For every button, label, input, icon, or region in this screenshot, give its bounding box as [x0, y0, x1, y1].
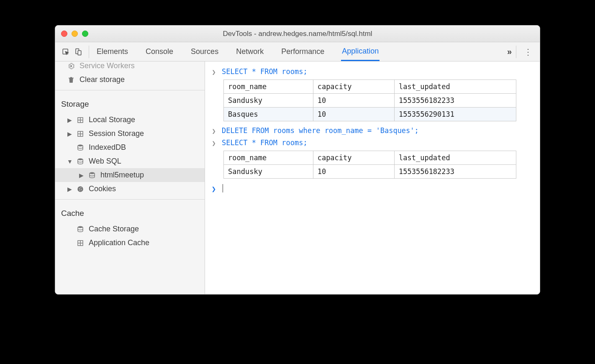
database-icon	[76, 225, 85, 233]
table-cell: Sandusky	[224, 94, 313, 108]
svg-rect-13	[81, 134, 83, 136]
sidebar-item-cache-storage[interactable]: Cache Storage	[55, 222, 205, 236]
svg-rect-6	[81, 118, 83, 120]
table-header: room_name	[224, 80, 313, 94]
minimize-window-button[interactable]	[72, 31, 78, 37]
sidebar-label: Clear storage	[80, 75, 125, 84]
text-cursor	[223, 184, 223, 192]
sql-query-text: SELECT * FROM rooms;	[222, 67, 308, 76]
svg-point-14	[78, 144, 83, 146]
svg-point-15	[78, 158, 83, 160]
prompt-output-icon: ❯	[211, 127, 217, 135]
tab-sources[interactable]: Sources	[190, 43, 219, 60]
sidebar-label: Service Workers	[80, 62, 135, 70]
sidebar-item-service-workers[interactable]: Service Workers	[55, 62, 205, 73]
sidebar-label: Session Storage	[89, 129, 144, 138]
table-header: room_name	[224, 151, 313, 165]
maximize-window-button[interactable]	[82, 31, 88, 37]
sidebar-label: Cookies	[89, 185, 116, 193]
svg-rect-24	[78, 241, 80, 243]
svg-rect-26	[78, 243, 80, 245]
sidebar-item-local-storage[interactable]: ▶ Local Storage	[55, 113, 205, 127]
tab-elements[interactable]: Elements	[96, 43, 129, 60]
sidebar-label: Application Cache	[89, 238, 149, 247]
prompt-output-icon: ❯	[211, 68, 217, 76]
table-cell: Sandusky	[224, 165, 313, 179]
svg-rect-27	[81, 243, 83, 245]
sql-result-table: room_name capacity last_updated Sandusky…	[223, 151, 516, 179]
svg-point-21	[80, 190, 80, 190]
table-row: Sandusky 10 1553556182233	[224, 165, 516, 179]
gear-icon	[67, 62, 75, 70]
sidebar-item-indexeddb[interactable]: IndexedDB	[55, 141, 205, 154]
sidebar-item-web-sql[interactable]: ▼ Web SQL	[55, 154, 205, 168]
toolbar-separator	[89, 46, 89, 58]
storage-grid-icon	[76, 239, 85, 247]
table-row: Sandusky 10 1553556182233	[224, 94, 516, 108]
inspect-element-icon[interactable]	[59, 46, 72, 58]
device-toggle-icon[interactable]	[72, 46, 85, 58]
chevron-right-icon: ▶	[67, 131, 72, 137]
window-controls	[61, 31, 88, 37]
sql-query-row: ❯ DELETE FROM rooms where room_name = 'B…	[211, 125, 534, 137]
svg-point-18	[79, 188, 80, 189]
storage-grid-icon	[76, 116, 85, 124]
sidebar-divider	[55, 199, 205, 200]
svg-rect-11	[81, 131, 83, 133]
tab-performance[interactable]: Performance	[280, 43, 325, 60]
window-titlebar: DevTools - andrew.hedges.name/html5/sql.…	[55, 26, 540, 42]
sidebar-item-session-storage[interactable]: ▶ Session Storage	[55, 127, 205, 141]
table-cell: 10	[313, 108, 394, 121]
table-row: Basques 10 1553556290131	[224, 108, 516, 121]
sidebar-item-web-sql-database[interactable]: ▶ html5meetup	[55, 168, 205, 182]
database-icon	[88, 171, 96, 179]
svg-rect-2	[78, 51, 81, 55]
table-cell: Basques	[224, 108, 313, 121]
sql-query-row: ❯ SELECT * FROM rooms;	[211, 137, 534, 149]
sql-console-panel: ❯ SELECT * FROM rooms; room_name capacit…	[205, 62, 540, 294]
sql-input-row[interactable]: ❯	[211, 182, 534, 195]
svg-rect-5	[78, 118, 80, 120]
sidebar-label: html5meetup	[100, 171, 144, 179]
sidebar-label: Web SQL	[89, 157, 121, 166]
chevron-right-icon: ▶	[79, 172, 84, 179]
sidebar-item-clear-storage[interactable]: Clear storage	[55, 73, 205, 87]
application-sidebar: Service Workers Clear storage Storage ▶ …	[55, 62, 205, 294]
svg-point-17	[77, 186, 83, 192]
more-tabs-icon[interactable]: »	[507, 47, 512, 56]
sql-console-input[interactable]	[222, 184, 223, 192]
close-window-button[interactable]	[61, 31, 67, 37]
table-cell: 10	[313, 165, 394, 179]
main-content: Service Workers Clear storage Storage ▶ …	[55, 62, 540, 294]
svg-point-3	[70, 65, 72, 67]
svg-point-22	[78, 226, 83, 228]
tab-console[interactable]: Console	[145, 43, 174, 60]
table-cell: 10	[313, 94, 394, 108]
toolbar-separator	[516, 46, 516, 58]
sql-query-text: DELETE FROM rooms where room_name = 'Bas…	[222, 126, 419, 135]
database-icon	[76, 144, 85, 152]
svg-rect-12	[78, 134, 80, 136]
sidebar-item-cookies[interactable]: ▶ Cookies	[55, 182, 205, 196]
table-cell: 1553556182233	[394, 94, 516, 108]
sidebar-item-application-cache[interactable]: Application Cache	[55, 236, 205, 250]
tab-application[interactable]: Application	[341, 43, 380, 61]
sql-result-table: room_name capacity last_updated Sandusky…	[223, 79, 516, 121]
prompt-output-icon: ❯	[211, 139, 217, 147]
svg-rect-8	[81, 120, 83, 122]
tab-network[interactable]: Network	[235, 43, 264, 60]
table-header: capacity	[313, 151, 394, 165]
devtools-tabbar: Elements Console Sources Network Perform…	[55, 42, 540, 62]
table-header-row: room_name capacity last_updated	[224, 80, 516, 94]
sql-query-text: SELECT * FROM rooms;	[222, 138, 308, 147]
settings-kebab-icon[interactable]: ⋮	[521, 47, 536, 57]
svg-rect-25	[81, 241, 83, 243]
sidebar-label: Local Storage	[89, 115, 135, 124]
svg-point-16	[90, 172, 95, 174]
svg-point-19	[81, 187, 82, 188]
table-header: capacity	[313, 80, 394, 94]
sidebar-section-storage: Storage	[55, 94, 205, 113]
table-cell: 1553556182233	[394, 165, 516, 179]
trash-icon	[67, 76, 75, 84]
table-header: last_updated	[394, 80, 516, 94]
